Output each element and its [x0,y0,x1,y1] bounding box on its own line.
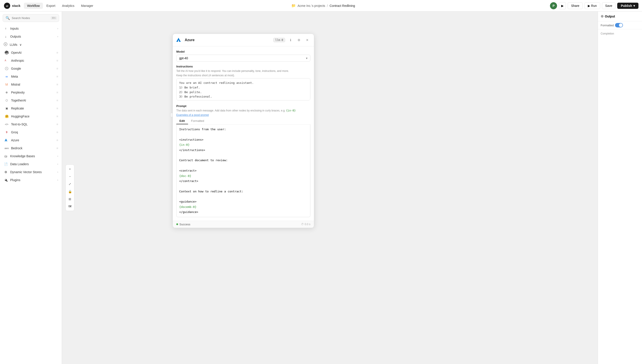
node-panel: Azure llm-0 ℹ ⚙ ✕ Model gpt-40 ▾ [173,34,314,228]
sidebar-item-groq[interactable]: 9 Groq ≡ [3,128,60,136]
llms-chevron-icon: ∨ [20,43,22,46]
prompt-label: Prompt [176,104,310,108]
node-title: Azure [185,38,271,42]
node-header: Azure llm-0 ℹ ⚙ ✕ [173,34,314,46]
dynamic-vector-stores-chevron-icon: › [57,170,58,174]
completion-label: Completion [600,31,640,36]
sidebar-item-togetherai[interactable]: ⬡ TogetherAI ≡ [3,96,60,104]
prompt-var-in0: {in-0} [179,143,190,146]
formatted-toggle[interactable] [615,23,623,28]
azure-menu-icon: ≡ [57,138,58,142]
sidebar-item-openai[interactable]: OpenAI ≡ [3,49,60,56]
sidebar-item-inputs[interactable]: ↑ Inputs › [2,24,60,32]
sidebar-item-knowledge-bases[interactable]: 🗂 Knowledge Bases › [2,152,60,160]
clock-icon: ⏱ [301,223,304,226]
dynamic-vector-stores-label: Dynamic Vector Stores [10,170,55,174]
output-header: ⊕ Output [598,12,642,21]
output-circle-icon: ⊕ [601,14,603,18]
anthropic-menu-icon: ≡ [57,59,58,62]
save-button[interactable]: Save [602,2,616,9]
zoom-out-tool[interactable]: − [67,173,73,180]
sidebar-item-dynamic-vector-stores[interactable]: ⚙ Dynamic Vector Stores › [2,168,60,176]
tab-edit[interactable]: Edit [176,118,188,124]
node-settings-button[interactable]: ⚙ [296,37,302,43]
replicate-label: Replicate [11,106,54,110]
topbar: st stack Workflow Export Analytics Manag… [0,0,642,12]
tab-formatted[interactable]: Formatted [188,118,207,124]
publish-button[interactable]: Publish ▾ [617,3,638,9]
dynamic-vector-stores-icon: ⚙ [4,170,8,174]
sidebar-item-anthropic[interactable]: A Anthropic ≡ [3,56,60,64]
prompt-text-3: </instructions> [179,148,205,152]
model-select[interactable]: gpt-40 ▾ [176,54,310,62]
run-icon: ▶ [588,4,590,8]
model-label: Model [176,50,310,53]
outputs-chevron-icon: › [57,35,58,38]
node-body: Model gpt-40 ▾ Instructions Tell the AI … [173,46,314,221]
groq-icon: 9 [5,130,9,134]
sidebar-item-replicate[interactable]: ▣ Replicate ≡ [3,104,60,112]
llm-children: OpenAI ≡ A Anthropic ≡ Google [2,49,60,152]
google-icon [5,66,9,71]
sidebar-item-outputs[interactable]: ↓ Outputs › [2,32,60,40]
sidebar-item-bedrock[interactable]: aws Bedrock ≡ [3,144,60,152]
timing-value: 0.0 s [305,223,310,226]
sidebar-item-meta[interactable]: ∞ Meta ≡ [3,72,60,80]
sidebar-item-huggingface[interactable]: 🤗 HuggingFace ≡ [3,112,60,120]
meta-menu-icon: ≡ [57,75,58,78]
instructions-desc2: Keep the instructions short (4 sentences… [176,74,310,77]
sidebar-item-azure[interactable]: Azure ≡ [3,136,60,144]
model-select-arrow-icon: ▾ [306,56,308,60]
sidebar-item-google[interactable]: Google ≡ [3,64,60,72]
sidebar-item-data-loaders[interactable]: 📄 Data Loaders › [2,160,60,168]
zoom-in-tool[interactable]: + [67,166,73,172]
svg-marker-6 [176,38,181,42]
sidebar-item-label-outputs: Outputs [10,35,55,38]
toggle-knob [619,24,622,27]
togetherai-menu-icon: ≡ [57,99,58,102]
prompt-textarea-display[interactable]: Instructions from the user: <instruction… [176,124,310,217]
stack-logo: st [4,2,11,9]
run-button[interactable]: ▶ Run [584,2,600,9]
sidebar-item-text-to-sql[interactable]: </> Text-to-SQL ≡ [3,120,60,128]
node-info-button[interactable]: ℹ [287,37,294,43]
replicate-menu-icon: ≡ [57,106,58,110]
togetherai-label: TogetherAI [11,99,54,102]
cursor-tool-btn[interactable]: ▶ [559,2,566,9]
sidebar-item-llms[interactable]: LLMs ∨ [2,40,60,49]
huggingface-icon: 🤗 [5,114,9,118]
search-box[interactable]: 🔍 ⌘K [3,14,59,22]
sidebar-item-perplexity[interactable]: ⊕ Perplexity ≡ [3,88,60,96]
nav-tab-export[interactable]: Export [43,3,59,9]
lock-tool[interactable]: 🔒 [67,188,73,195]
main-layout: 🔍 ⌘K ↑ Inputs › ↓ Outputs › LLMs [0,12,642,364]
prompt-link-anchor[interactable]: Examples of a good prompt [176,114,209,116]
mistral-label: Mistral [11,83,54,86]
prompt-var-doc0: {doc-0} [179,174,191,178]
share-button[interactable]: Share [568,2,582,9]
data-loaders-label: Data Loaders [10,162,55,166]
sidebar-item-mistral[interactable]: M Mistral ≡ [3,80,60,88]
text-to-sql-label: Text-to-SQL [11,122,54,126]
map-tool[interactable]: 🗺 [67,203,73,210]
output-label: Output [605,14,615,18]
logo-text: stack [12,4,20,8]
breadcrumb-project: Acme Inc.'s projects [298,4,325,8]
search-input[interactable] [12,16,49,20]
publish-chevron-icon: ▾ [633,4,635,8]
nav-tab-manager[interactable]: Manager [78,3,96,9]
prompt-text-6: </contract> [179,179,198,183]
nav-tab-analytics[interactable]: Analytics [59,3,78,9]
togetherai-icon: ⬡ [5,98,9,102]
grid-tool[interactable]: ⊞ [67,196,73,202]
inputs-icon: ↑ [4,26,8,31]
instructions-textarea[interactable]: You are an AI contract redlining assista… [176,78,310,100]
google-label: Google [11,67,54,70]
canvas: + − ⤢ 🔒 ⊞ 🗺 Input Azure llm-0 ℹ ⚙ ✕ [62,12,642,364]
nav-tabs: Workflow Export Analytics Manager [24,3,96,9]
fit-view-tool[interactable]: ⤢ [67,181,73,187]
nav-tab-workflow[interactable]: Workflow [24,3,43,9]
groq-menu-icon: ≡ [57,130,58,134]
sidebar-item-plugins[interactable]: 🔌 Plugins › [2,176,60,184]
node-close-button[interactable]: ✕ [304,37,310,43]
